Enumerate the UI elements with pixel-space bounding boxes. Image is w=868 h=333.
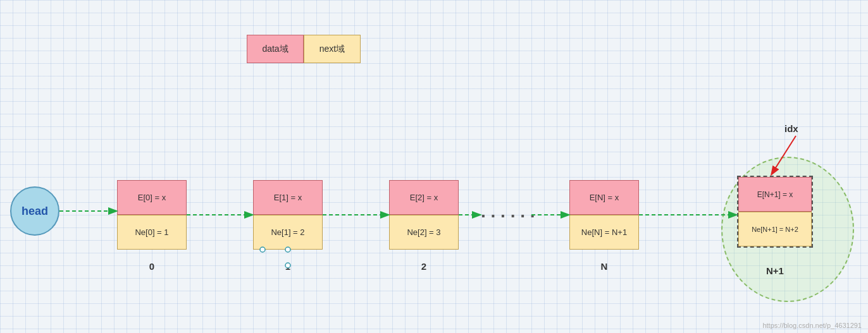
node-n1-data: E[N+1] = x: [738, 177, 812, 212]
node-n-data: E[N] = x: [569, 180, 639, 215]
node-n1-index: N+1: [737, 265, 813, 276]
node-0-data: E[0] = x: [117, 180, 187, 215]
node-1-data: E[1] = x: [253, 180, 323, 215]
node-n-next: Ne[N] = N+1: [569, 215, 639, 250]
legend-data-cell: data域: [247, 35, 304, 63]
node-2-index: 2: [389, 261, 459, 272]
node-1-next: Ne[1] = 2: [253, 215, 323, 250]
node-n-index: N: [569, 261, 639, 272]
legend-next-cell: next域: [304, 35, 361, 63]
node-1: E[1] = x Ne[1] = 2 1: [253, 180, 323, 250]
node-0: E[0] = x Ne[0] = 1 0: [117, 180, 187, 250]
node-0-next: Ne[0] = 1: [117, 215, 187, 250]
node-1-index: 1: [253, 261, 323, 272]
legend: data域 next域: [247, 35, 361, 63]
node-2-next: Ne[2] = 3: [389, 215, 459, 250]
node-2-data: E[2] = x: [389, 180, 459, 215]
node-n1: E[N+1] = x Ne[N+1] = N+2: [737, 176, 813, 248]
connection-arrows: [0, 0, 868, 333]
idx-label: idx: [784, 123, 798, 134]
head-node: head: [10, 186, 59, 236]
watermark: https://blog.csdn.net/p_4631291: [762, 322, 862, 329]
node-2: E[2] = x Ne[2] = 3 2: [389, 180, 459, 250]
dots-separator: · · · · · ·: [481, 206, 535, 226]
node-n1-next: Ne[N+1] = N+2: [738, 212, 812, 246]
node-n: E[N] = x Ne[N] = N+1 N: [569, 180, 639, 250]
node-0-index: 0: [117, 261, 187, 272]
